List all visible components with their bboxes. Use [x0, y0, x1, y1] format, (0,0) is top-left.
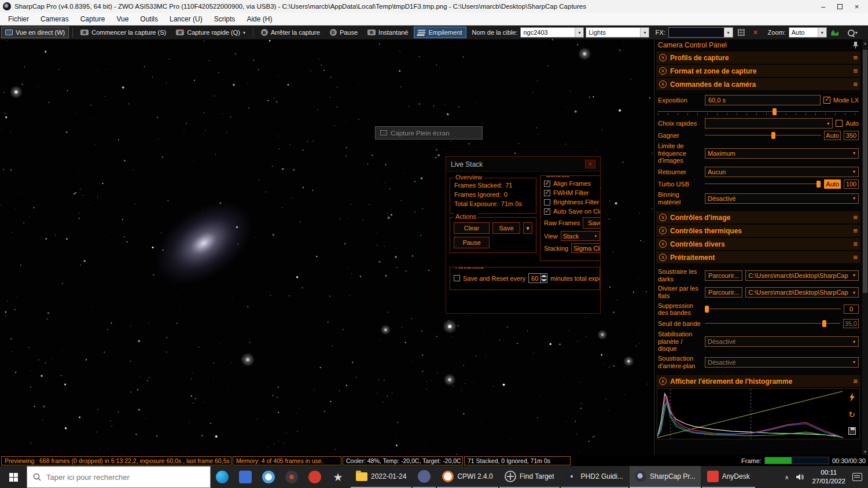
- selection-grid-button[interactable]: [735, 27, 748, 38]
- save-reset-checkbox[interactable]: ✓: [454, 275, 460, 281]
- fullscreen-capture-button[interactable]: Capture Plein écran: [375, 126, 483, 140]
- section-commandes-camera[interactable]: ∧ Commandes de la caméra ≡: [656, 78, 860, 90]
- fps-limit-combo[interactable]: Maximum ▾: [705, 148, 859, 159]
- sharpcap-task-button[interactable]: SharpCap Pr...: [630, 466, 701, 488]
- view-combo[interactable]: Stack ▾: [561, 231, 600, 241]
- stabilization-combo[interactable]: Désactivé ▾: [705, 336, 859, 347]
- lx-mode-checkbox[interactable]: ✓: [823, 97, 830, 104]
- pause-button[interactable]: Pause: [326, 27, 362, 38]
- edge-button[interactable]: [211, 466, 234, 488]
- maximize-button[interactable]: [832, 1, 848, 12]
- refresh-icon[interactable]: ↻: [848, 410, 855, 419]
- spinner-up-button[interactable]: [541, 274, 547, 278]
- hamburger-icon[interactable]: ≡: [853, 67, 858, 75]
- slider-handle[interactable]: [816, 181, 821, 188]
- menu-outils[interactable]: Outils: [134, 13, 164, 25]
- menu-capture[interactable]: Capture: [75, 13, 111, 25]
- frame-type-combo[interactable]: Lights ▾: [586, 27, 649, 38]
- menu-vue[interactable]: Vue: [111, 13, 134, 25]
- discord-task-button[interactable]: [413, 466, 436, 488]
- panel-scrollbar[interactable]: ▲ ▼: [862, 39, 868, 455]
- stop-capture-button[interactable]: Arrêter la capture: [257, 27, 324, 38]
- start-capture-button[interactable]: Commencer la capture (S): [76, 27, 170, 38]
- dark-app-button[interactable]: [280, 466, 303, 488]
- exposure-input[interactable]: 60,0 s: [705, 95, 821, 105]
- slider-handle[interactable]: [773, 108, 777, 115]
- binning-combo[interactable]: Désactivé ▾: [705, 193, 859, 204]
- save-raw-frames-button[interactable]: Save St: [583, 217, 601, 229]
- search-input[interactable]: [46, 473, 204, 482]
- volume-icon[interactable]: [796, 473, 805, 481]
- quick-capture-arrow-icon[interactable]: ▾: [243, 30, 245, 35]
- slider-handle[interactable]: [771, 132, 775, 139]
- darks-browse-button[interactable]: Parcourir...: [705, 270, 742, 281]
- save-reset-spinner[interactable]: 60: [528, 273, 547, 283]
- zoom-combo[interactable]: Auto ▾: [789, 27, 827, 38]
- tray-chevron-icon[interactable]: ∧: [785, 474, 789, 480]
- darks-path-combo[interactable]: C:\Users\marcb\Desktop\SharpCap Ca ▾: [745, 270, 859, 281]
- slider-handle[interactable]: [705, 306, 709, 313]
- menu-aide[interactable]: Aide (H): [241, 13, 278, 25]
- spinner-down-button[interactable]: [541, 278, 547, 283]
- section-controles-divers[interactable]: ∨ Contrôles divers ≡: [656, 238, 860, 250]
- gain-auto-button[interactable]: Auto: [824, 131, 841, 140]
- menu-lancer[interactable]: Lancer (U): [164, 13, 208, 25]
- scroll-up-button[interactable]: ▲: [862, 39, 868, 46]
- threshold-slider[interactable]: [705, 320, 840, 328]
- flats-path-combo[interactable]: C:\Users\marcb\Desktop\SharpCap Ca ▾: [745, 287, 859, 298]
- align-frames-checkbox[interactable]: ✓: [544, 181, 550, 187]
- quick-auto-checkbox[interactable]: ✓: [836, 120, 843, 127]
- slider-handle[interactable]: [822, 320, 826, 327]
- usb-auto-button[interactable]: Auto: [824, 179, 841, 189]
- fx-combo[interactable]: ▾: [668, 27, 733, 38]
- section-pretraitement[interactable]: ∧ Prétraitement ≡: [656, 251, 860, 263]
- reset-stretch-button[interactable]: ×: [749, 27, 762, 38]
- dropdown-arrow-icon[interactable]: ▾: [818, 28, 826, 37]
- pause-stack-button[interactable]: Pause: [454, 237, 490, 248]
- clear-button[interactable]: Clear: [454, 222, 490, 234]
- livestack-titlebar[interactable]: Live Stack ×: [446, 157, 600, 172]
- find-target-task-button[interactable]: Find Target: [499, 466, 560, 488]
- flats-browse-button[interactable]: Parcourir...: [705, 287, 742, 298]
- usb-slider[interactable]: [705, 180, 821, 188]
- star-app-button[interactable]: ★: [326, 466, 350, 488]
- taskbar-search[interactable]: [27, 466, 211, 488]
- auto-save-checkbox[interactable]: ✓: [544, 208, 550, 215]
- save-button[interactable]: Save: [492, 222, 520, 234]
- close-button[interactable]: ×: [848, 1, 865, 12]
- section-histogramme[interactable]: ∧ Afficher l'étirement de l'histogramme …: [656, 375, 860, 387]
- hamburger-icon[interactable]: ≡: [853, 240, 858, 248]
- menu-cameras[interactable]: Cameras: [35, 13, 75, 25]
- live-view-button[interactable]: Vue en direct (W): [1, 27, 69, 38]
- browser-button[interactable]: [257, 466, 280, 488]
- dropdown-arrow-icon[interactable]: ▾: [724, 28, 733, 37]
- banding-slider[interactable]: [705, 305, 841, 313]
- quick-capture-button[interactable]: Capture rapide (Q) ▾: [172, 27, 249, 38]
- snapshot-button[interactable]: Instantané: [363, 27, 412, 38]
- auto-stretch-button[interactable]: [829, 27, 841, 38]
- stack-button[interactable]: Empilement: [414, 27, 466, 38]
- lightning-icon[interactable]: [849, 393, 855, 402]
- hamburger-icon[interactable]: ≡: [853, 377, 858, 386]
- hamburger-icon[interactable]: ≡: [853, 53, 858, 62]
- section-controles-image[interactable]: ∨ Contrôles d'image ≡: [656, 211, 860, 223]
- brightness-filter-checkbox[interactable]: ✓: [544, 199, 550, 206]
- blue-app-button[interactable]: [234, 466, 257, 488]
- dropdown-arrow-icon[interactable]: ▾: [640, 28, 649, 37]
- save-dropdown-button[interactable]: ▾: [523, 222, 532, 234]
- hamburger-icon[interactable]: ≡: [853, 80, 858, 89]
- notification-icon[interactable]: [852, 473, 862, 481]
- cpwi-task-button[interactable]: CPWI 2.4.0: [437, 466, 498, 488]
- flip-combo[interactable]: Aucun ▾: [705, 167, 859, 177]
- dropdown-arrow-icon[interactable]: ▾: [575, 28, 583, 37]
- scroll-down-button[interactable]: ▼: [862, 448, 868, 455]
- hamburger-icon[interactable]: ≡: [853, 213, 858, 222]
- start-button[interactable]: [0, 466, 27, 488]
- save-histogram-icon[interactable]: [848, 427, 856, 435]
- hamburger-icon[interactable]: ≡: [853, 253, 858, 262]
- smart-zoom-button[interactable]: ▾: [843, 27, 862, 38]
- stacking-combo[interactable]: Sigma Clipp ▾: [571, 243, 601, 253]
- red-app-button[interactable]: [303, 466, 326, 488]
- menu-scripts[interactable]: Scripts: [208, 13, 241, 25]
- phd2-task-button[interactable]: PHD2 Guidi...: [561, 466, 628, 488]
